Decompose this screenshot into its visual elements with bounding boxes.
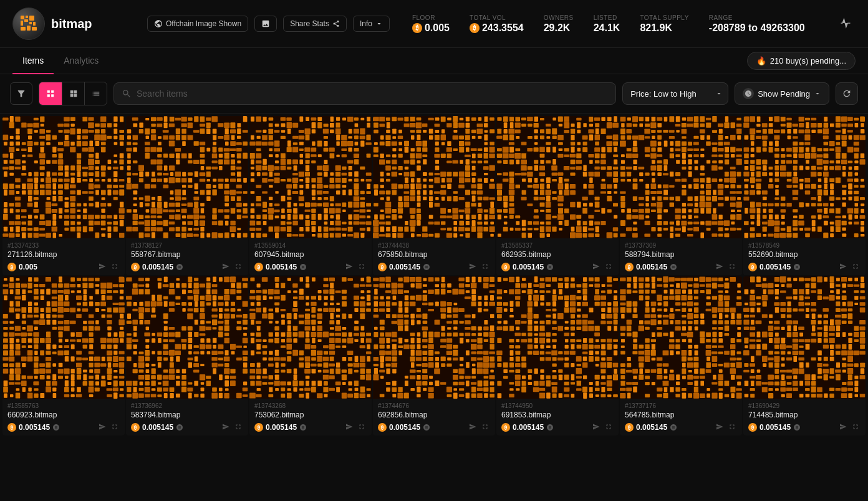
sort-select[interactable]: Price: Low to High Price: High to Low Re… bbox=[622, 82, 728, 105]
nft-expand-button[interactable] bbox=[604, 422, 614, 433]
svg-rect-2668 bbox=[201, 382, 204, 385]
svg-rect-2280 bbox=[34, 344, 38, 349]
svg-rect-3589 bbox=[509, 394, 514, 397]
svg-rect-3181 bbox=[490, 344, 494, 349]
svg-rect-2405 bbox=[10, 394, 13, 397]
search-input[interactable] bbox=[137, 89, 608, 99]
nft-send-button[interactable] bbox=[838, 422, 848, 433]
secondary-icon bbox=[423, 263, 430, 271]
nft-expand-button[interactable] bbox=[727, 422, 737, 433]
nft-send-button[interactable] bbox=[97, 422, 107, 433]
svg-rect-1583 bbox=[718, 148, 724, 152]
grid-large-view-button[interactable] bbox=[62, 82, 84, 105]
nft-send-button[interactable] bbox=[591, 261, 601, 273]
filter-button[interactable] bbox=[10, 82, 32, 105]
svg-rect-2690 bbox=[138, 394, 144, 398]
list-view-button[interactable] bbox=[84, 82, 107, 105]
svg-rect-1677 bbox=[650, 191, 657, 194]
nft-expand-button[interactable] bbox=[851, 261, 861, 273]
svg-rect-2299 bbox=[57, 351, 63, 356]
svg-rect-4065 bbox=[769, 338, 773, 343]
nft-send-button[interactable] bbox=[221, 422, 231, 433]
tab-analytics[interactable]: Analytics bbox=[54, 48, 109, 74]
offchain-image-button[interactable] bbox=[254, 16, 277, 32]
svg-rect-1287 bbox=[503, 147, 509, 153]
svg-rect-1522 bbox=[700, 124, 705, 127]
nft-expand-button[interactable] bbox=[851, 422, 861, 433]
nft-card[interactable]: #13578549 552690.bitmap ₿ 0.005145 bbox=[743, 116, 866, 275]
nft-send-button[interactable] bbox=[591, 422, 601, 433]
search-box[interactable] bbox=[113, 82, 616, 105]
svg-rect-2866 bbox=[256, 344, 261, 349]
svg-rect-2827 bbox=[354, 326, 359, 331]
svg-rect-3033 bbox=[374, 289, 377, 294]
svg-rect-3642 bbox=[639, 289, 644, 293]
show-pending-button[interactable]: Show Pending bbox=[735, 82, 829, 105]
svg-rect-1065 bbox=[434, 177, 440, 183]
nft-send-button[interactable] bbox=[838, 261, 848, 273]
nft-send-button[interactable] bbox=[344, 422, 354, 433]
share-stats-button[interactable]: Share Stats bbox=[283, 16, 347, 32]
svg-rect-2826 bbox=[342, 327, 347, 330]
nft-send-button[interactable] bbox=[468, 422, 478, 433]
nft-card[interactable]: #13738127 558767.bitmap ₿ 0.005145 bbox=[126, 116, 248, 275]
nft-card[interactable]: #13736962 583794.bitmap ₿ 0.005145 bbox=[126, 276, 248, 435]
svg-rect-1227 bbox=[607, 117, 612, 122]
svg-rect-3516 bbox=[601, 358, 605, 361]
svg-rect-4030 bbox=[744, 327, 749, 330]
nft-expand-button[interactable] bbox=[357, 261, 367, 273]
nft-expand-button[interactable] bbox=[480, 261, 490, 273]
svg-rect-1866 bbox=[842, 140, 847, 146]
nft-card[interactable]: #13744950 691853.bitmap ₿ 0.005145 bbox=[496, 276, 619, 435]
nft-send-button[interactable] bbox=[715, 422, 725, 433]
nft-send-button[interactable] bbox=[344, 261, 354, 273]
svg-rect-283 bbox=[10, 226, 13, 231]
tab-items[interactable]: Items bbox=[12, 48, 54, 74]
svg-rect-2225 bbox=[88, 321, 94, 324]
svg-rect-4157 bbox=[781, 374, 784, 380]
grid-small-view-button[interactable] bbox=[39, 82, 62, 105]
svg-rect-3375 bbox=[570, 301, 576, 306]
nft-price-value: 0.005145 bbox=[636, 423, 667, 432]
nft-expand-button[interactable] bbox=[357, 422, 367, 433]
nft-card[interactable]: #13743268 753062.bitmap ₿ 0.005145 bbox=[249, 276, 372, 435]
refresh-button[interactable] bbox=[836, 82, 858, 105]
nft-expand-button[interactable] bbox=[233, 261, 243, 273]
svg-rect-1275 bbox=[509, 142, 514, 145]
nft-card[interactable]: #13559014 607945.bitmap ₿ 0.005145 bbox=[249, 116, 372, 275]
svg-rect-3295 bbox=[453, 392, 458, 399]
svg-rect-2708 bbox=[287, 278, 291, 281]
svg-rect-3060 bbox=[490, 295, 494, 301]
nft-send-button[interactable] bbox=[97, 261, 107, 273]
info-button[interactable]: Info bbox=[353, 16, 390, 32]
nft-expand-button[interactable] bbox=[480, 422, 490, 433]
svg-rect-3450 bbox=[564, 333, 569, 336]
nft-card[interactable]: #13744676 692856.bitmap ₿ 0.005145 bbox=[373, 276, 495, 435]
nft-expand-button[interactable] bbox=[604, 261, 614, 273]
nft-send-button[interactable] bbox=[468, 261, 478, 273]
svg-rect-1792 bbox=[750, 116, 755, 122]
svg-rect-3841 bbox=[664, 369, 667, 373]
svg-rect-3217 bbox=[386, 364, 391, 367]
nft-card[interactable]: #13744438 675850.bitmap ₿ 0.005145 bbox=[373, 116, 495, 275]
nft-card[interactable]: #13737176 564785.bitmap ₿ 0.005145 bbox=[620, 276, 742, 435]
nft-expand-button[interactable] bbox=[110, 261, 120, 273]
svg-rect-156 bbox=[34, 178, 39, 183]
nft-expand-button[interactable] bbox=[110, 422, 120, 433]
nft-card[interactable]: #13585337 662935.bitmap ₿ 0.005145 bbox=[496, 116, 619, 275]
nft-card[interactable]: #13690429 714485.bitmap ₿ 0.005145 bbox=[743, 276, 866, 435]
activity-button[interactable] bbox=[836, 13, 856, 35]
svg-rect-1434 bbox=[564, 208, 569, 213]
nft-send-button[interactable] bbox=[221, 261, 231, 273]
svg-rect-1291 bbox=[534, 147, 539, 152]
nft-send-button[interactable] bbox=[715, 261, 725, 273]
svg-rect-91 bbox=[82, 148, 88, 152]
nft-expand-button[interactable] bbox=[727, 261, 737, 273]
svg-rect-3644 bbox=[651, 290, 655, 294]
nft-card[interactable]: #13737309 588794.bitmap ₿ 0.005145 bbox=[620, 116, 742, 275]
nft-card[interactable]: #13374233 271126.bitmap ₿ 0.005 bbox=[2, 116, 125, 275]
nft-expand-button[interactable] bbox=[233, 422, 243, 433]
offchain-button[interactable]: Offchain Image Shown bbox=[147, 16, 248, 32]
nft-card[interactable]: #13585763 660923.bitmap ₿ 0.005145 bbox=[2, 276, 125, 435]
svg-rect-1705 bbox=[620, 202, 625, 208]
